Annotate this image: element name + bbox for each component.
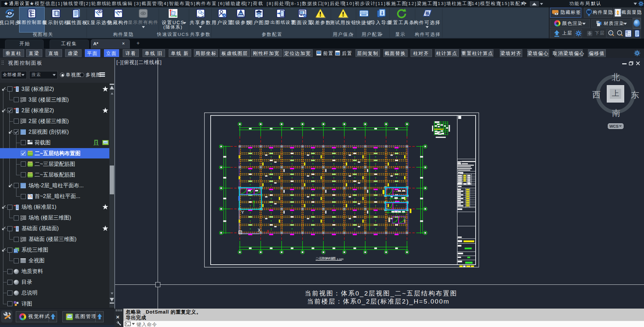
svg-text:+: + <box>610 31 612 35</box>
svg-text:Y: Y <box>241 210 244 215</box>
svg-text:二~五层结构布置图: 二~五层结构布置图 <box>316 257 336 260</box>
svg-text:X: X <box>258 227 261 233</box>
svg-text:-: - <box>619 31 620 35</box>
svg-text:x: x <box>171 9 173 11</box>
svg-text:, X: , X <box>264 229 269 234</box>
svg-text:板: 板 <box>425 11 430 16</box>
